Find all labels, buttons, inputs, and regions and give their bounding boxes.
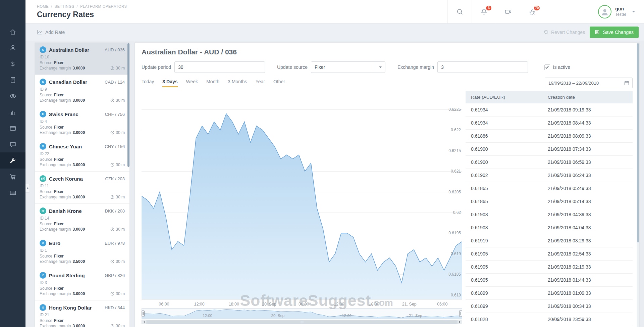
scrollbar-thumb[interactable] [127,43,129,167]
source-value: Fixer [54,318,64,323]
navigator-handle-right[interactable] [459,311,462,317]
currency-list-item[interactable]: kr Danish Krone DKK / 208 ID 14 Source F… [35,204,129,236]
sidebar-item-messages[interactable] [0,136,25,152]
range-tab[interactable]: Week [186,79,198,87]
range-tab[interactable]: Other [273,79,285,87]
currency-list-item[interactable]: € Euro EUR / 978 ID 1 Source Fixer Excha… [35,236,129,268]
sidebar-item-cart[interactable] [0,169,25,185]
breadcrumb-item[interactable]: HOME [37,4,49,8]
bug-button[interactable]: 70 [520,0,544,23]
currency-code: CHF / 756 [105,112,125,117]
exchange-margin-input[interactable] [437,61,528,73]
update-interval: 30 m [110,259,125,264]
sidebar-item-users[interactable] [0,40,25,56]
rate-creation-date: 21/09/2018 00:34:33 [542,300,633,313]
rate-value: 0.61886 [466,130,542,142]
currency-name: Swiss Franc [49,111,102,117]
scrollbar-thumb[interactable] [147,320,457,324]
chart-scrollbar [142,320,462,324]
range-tab[interactable]: 3 Months [228,79,247,87]
range-tab[interactable]: 3 Days [162,79,177,87]
rate-creation-date: 21/09/2018 08:44:33 [542,116,633,129]
breadcrumb-item[interactable]: PLATFORM OPERATORS [74,4,127,8]
sidebar-item-cards[interactable] [0,120,25,136]
x-axis-tick-label: 21. Sep [402,302,417,307]
search-icon [456,8,464,15]
sidebar-item-payments[interactable] [0,56,25,72]
currency-id: ID 9 [40,87,125,92]
rate-row: 0.61900 21/09/2018 06:59:33 [466,156,633,169]
currency-code: EUR / 978 [105,241,125,246]
app: HOMESETTINGSPLATFORM OPERATORS Currency … [0,0,644,327]
sidebar-item-reports[interactable] [0,104,25,120]
rate-row: 0.61886 21/09/2018 08:09:33 [466,130,633,143]
x-axis-tick-label: 18:00 [369,302,379,307]
rate-creation-date: 21/09/2018 04:04:33 [542,221,633,234]
range-tab[interactable]: Year [256,79,265,87]
interval-value: 30 m [116,227,125,232]
sidebar-item-documents[interactable] [0,72,25,88]
detail-panel: Australian Dollar - AUD / 036 Update per… [135,43,639,327]
rate-value: 0.61934 [466,116,542,129]
currency-name: Australian Dollar [49,47,102,53]
margin-label: Exchange margin [40,227,71,232]
sidebar-item-terminal[interactable] [0,185,25,201]
update-source-select[interactable]: Fixer [311,61,385,73]
save-changes-button[interactable]: Save Changes [590,27,639,38]
rate-value: 0.61828 [466,313,542,326]
margin-label: Exchange margin [40,259,71,264]
currency-list-item[interactable]: $ Australian Dollar AUD / 036 ID 10 Sour… [35,43,129,75]
sidebar-item-home[interactable] [0,24,25,40]
calendar-button[interactable] [621,78,632,88]
select-dropdown-button[interactable] [375,62,385,73]
checkbox-box[interactable] [544,64,550,70]
range-tab[interactable]: Month [206,79,219,87]
date-range-picker[interactable]: 19/09/2018 – 22/09/2018 [545,78,633,88]
currency-list-item[interactable]: $ Canadian Dollar CAD / 124 ID 9 Source … [35,75,129,107]
source-value: Fixer [54,125,64,130]
search-button[interactable] [447,0,472,23]
sidebar-expand-toggle[interactable] [25,184,30,193]
chart-navigator[interactable]: 12:0020. Sep12:0021. Sep [142,308,462,319]
detail-scrollbar[interactable] [637,43,639,327]
currency-list-item[interactable]: ¥ Chinese Yuan CNY / 156 ID 22 Source Fi… [35,139,129,172]
currency-icon: £ [40,272,46,279]
sidebar-item-monitoring[interactable] [0,88,25,104]
check-icon [545,65,549,69]
navigator-handle-left[interactable] [142,311,145,317]
camera-button[interactable] [496,0,520,23]
range-tab[interactable]: Today [142,79,154,87]
add-rate-button[interactable]: Add Rate [37,29,65,35]
scrollbar-track[interactable] [146,320,458,324]
currency-code: HKD / 344 [105,305,125,310]
notifications-button[interactable]: 3 [472,0,496,23]
scroll-left-button[interactable] [142,320,146,324]
currency-list-item[interactable]: $ Hong Kong Dollar HKD / 344 ID 21 Sourc… [35,300,129,327]
sidebar-item-settings[interactable] [0,152,25,169]
revert-changes-button[interactable]: Revert Changes [543,30,585,35]
currency-code: GBP / 826 [105,273,125,278]
user-role: Tester [615,12,626,17]
currency-id: ID 3 [40,280,125,285]
rate-row: 0.61899 21/09/2018 00:34:33 [466,300,633,313]
chart-plot-area[interactable]: 0.62250.6220.62150.6210.62050.620.61950.… [142,95,462,299]
is-active-checkbox[interactable]: Is active [544,64,570,70]
keyboard-icon [9,189,16,196]
rate-value: 0.61903 [466,221,542,234]
currency-list-item[interactable]: F Swiss Franc CHF / 756 ID 4 Source Fixe… [35,107,129,139]
chat-icon [9,141,16,148]
clock-icon [110,227,114,231]
rate-value: 0.61865 [466,182,542,195]
breadcrumb-item[interactable]: SETTINGS [49,4,74,8]
update-period-input[interactable] [174,61,265,73]
currency-list-item[interactable]: £ Pound Sterling GBP / 826 ID 3 Source F… [35,268,129,300]
scroll-right-button[interactable] [458,320,462,324]
currency-list-scrollbar[interactable] [127,43,129,327]
rate-creation-date: 21/09/2018 06:24:33 [542,169,633,182]
scrollbar-thumb[interactable] [637,43,639,242]
user-menu[interactable]: gun Tester [591,0,644,23]
line-chart-icon [37,29,43,35]
rate-row: 0.61905 21/09/2018 02:19:33 [466,261,633,274]
currency-list-item[interactable]: Kč Czech Koruna CZK / 203 ID 11 Source F… [35,172,129,204]
currency-icon: $ [40,46,46,53]
